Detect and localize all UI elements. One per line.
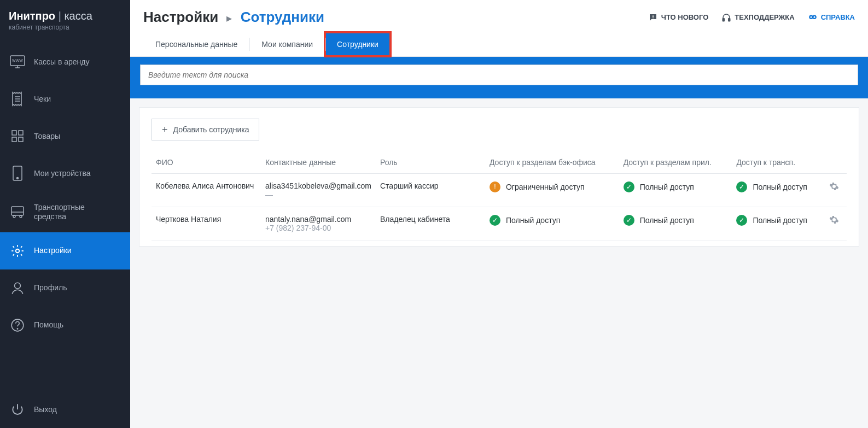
sidebar-item-exit[interactable]: Выход xyxy=(0,391,130,428)
content: Настройки ▸ Сотрудники ЧТО НОВОГО ТЕХПОД… xyxy=(130,0,868,247)
cell-role: Владелец кабинета xyxy=(376,207,485,241)
power-icon xyxy=(10,402,25,417)
phone-icon xyxy=(10,166,25,181)
gear-icon xyxy=(829,181,842,191)
row-settings-button[interactable] xyxy=(825,174,847,207)
check-circle-icon: ✓ xyxy=(624,215,634,226)
user-icon xyxy=(10,280,25,296)
check-circle-icon: ✓ xyxy=(736,181,747,192)
warning-circle-icon: ! xyxy=(490,181,500,192)
owl-icon xyxy=(808,13,818,22)
sidebar-item-receipts[interactable]: Чеки xyxy=(0,80,130,118)
table-body: Кобелева Алиса Антоновичalisa3451kobelev… xyxy=(152,174,847,241)
breadcrumb-current: Сотрудники xyxy=(241,9,324,25)
cell-name: Черткова Наталия xyxy=(152,207,261,241)
access-cell: ✓Полный доступ xyxy=(624,181,728,192)
help-link[interactable]: СПРАВКА xyxy=(808,13,855,22)
tab-label: Сотрудники xyxy=(337,40,378,49)
add-button-label: Добавить сотрудника xyxy=(173,125,249,134)
svg-rect-16 xyxy=(653,17,654,19)
sidebar-item-transport[interactable]: Транспортные средства xyxy=(0,192,130,232)
topbar: Настройки ▸ Сотрудники ЧТО НОВОГО ТЕХПОД… xyxy=(130,0,868,32)
support-link[interactable]: ТЕХПОДДЕРЖКА xyxy=(721,13,794,22)
sidebar-item-help[interactable]: Помощь xyxy=(0,307,130,344)
monitor-www-icon: WWW xyxy=(10,54,25,69)
sidebar-item-label: Чеки xyxy=(34,95,51,104)
tab-my-companies[interactable]: Мои компании xyxy=(249,32,325,56)
th-name: ФИО xyxy=(152,151,261,174)
sidebar-item-label: Настройки xyxy=(34,246,72,255)
access-cell: ✓Полный доступ xyxy=(736,215,820,226)
sidebar-item-label: Помощь xyxy=(34,320,63,330)
access-label: Ограниченный доступ xyxy=(506,183,585,191)
top-action-label: ЧТО НОВОГО xyxy=(661,13,708,21)
access-label: Полный доступ xyxy=(753,183,807,191)
svg-rect-15 xyxy=(653,15,654,17)
cell-contact: alisa3451kobeleva@gmail.com— xyxy=(261,174,376,207)
svg-rect-3 xyxy=(19,131,23,135)
svg-point-10 xyxy=(20,215,22,218)
top-action-label: СПРАВКА xyxy=(821,13,855,21)
sidebar-item-label: Выход xyxy=(34,405,57,414)
sidebar-item-rent[interactable]: WWW Кассы в аренду xyxy=(0,43,130,80)
th-access-back: Доступ к разделам бэк-офиса xyxy=(485,151,619,174)
sidebar-item-devices[interactable]: Мои устройства xyxy=(0,155,130,192)
svg-point-9 xyxy=(13,215,15,218)
access-label: Полный доступ xyxy=(753,216,807,225)
whats-new-link[interactable]: ЧТО НОВОГО xyxy=(648,13,708,22)
cell-access-app: ✓Полный доступ xyxy=(619,174,732,207)
sidebar-item-label: Кассы в аренду xyxy=(34,57,89,67)
row-settings-button[interactable] xyxy=(825,207,847,241)
brand-name1: Инитпро xyxy=(9,10,55,22)
sidebar-item-label: Транспортные средства xyxy=(34,203,85,221)
search-input[interactable] xyxy=(140,65,858,85)
cell-name: Кобелева Алиса Антонович xyxy=(152,174,261,207)
cell-access-app: ✓Полный доступ xyxy=(619,207,732,241)
svg-rect-5 xyxy=(19,137,23,142)
cell-access-back: ✓Полный доступ xyxy=(485,207,619,241)
th-access-app: Доступ к разделам прил. xyxy=(619,151,732,174)
svg-rect-17 xyxy=(723,18,725,21)
employees-panel: + Добавить сотрудника ФИО Контактные дан… xyxy=(139,107,859,247)
top-actions: ЧТО НОВОГО ТЕХПОДДЕРЖКА СПРАВКА xyxy=(648,13,855,22)
tab-employees[interactable]: Сотрудники xyxy=(325,32,391,56)
cell-contact: nantaly.nana@gmail.com+7 (982) 237-94-00 xyxy=(261,207,376,241)
access-label: Полный доступ xyxy=(640,216,694,225)
search-strip xyxy=(130,57,868,98)
table-row: Кобелева Алиса Антоновичalisa3451kobelev… xyxy=(152,174,847,207)
svg-point-7 xyxy=(17,178,19,179)
receipt-icon xyxy=(10,91,25,107)
svg-point-14 xyxy=(17,328,18,329)
access-cell: ✓Полный доступ xyxy=(490,215,615,226)
th-contact: Контактные данные xyxy=(261,151,376,174)
headphones-icon xyxy=(721,13,731,22)
brand-name2: касса xyxy=(64,10,92,22)
check-circle-icon: ✓ xyxy=(490,215,500,226)
sidebar-item-settings[interactable]: Настройки xyxy=(0,232,130,269)
svg-point-12 xyxy=(15,283,21,289)
brand: Инитпро | касса кабинет транспорта xyxy=(0,0,130,39)
top-action-label: ТЕХПОДДЕРЖКА xyxy=(735,13,794,21)
tab-personal-data[interactable]: Персональные данные xyxy=(143,32,249,56)
access-cell: !Ограниченный доступ xyxy=(490,181,615,192)
sidebar-item-profile[interactable]: Профиль xyxy=(0,269,130,307)
employees-table: ФИО Контактные данные Роль Доступ к разд… xyxy=(152,151,847,241)
check-circle-icon: ✓ xyxy=(736,215,747,226)
sidebar-item-label: Мои устройства xyxy=(34,169,90,178)
add-employee-button[interactable]: + Добавить сотрудника xyxy=(152,119,259,140)
gear-icon xyxy=(10,243,25,259)
table-row: Черткова Наталияnantaly.nana@gmail.com+7… xyxy=(152,207,847,241)
sidebar-item-label: Товары xyxy=(34,132,60,141)
check-circle-icon: ✓ xyxy=(624,181,634,192)
bus-icon xyxy=(10,204,25,220)
breadcrumb-root: Настройки xyxy=(143,9,218,25)
cell-access-transp: ✓Полный доступ xyxy=(732,207,825,241)
tabs: Персональные данные Мои компании Сотрудн… xyxy=(130,32,868,57)
svg-rect-8 xyxy=(11,207,24,215)
gear-icon xyxy=(829,215,842,225)
svg-point-11 xyxy=(16,249,20,253)
tab-label: Мои компании xyxy=(261,40,313,49)
sidebar-item-goods[interactable]: Товары xyxy=(0,118,130,155)
access-label: Полный доступ xyxy=(640,183,694,191)
access-cell: ✓Полный доступ xyxy=(736,181,820,192)
